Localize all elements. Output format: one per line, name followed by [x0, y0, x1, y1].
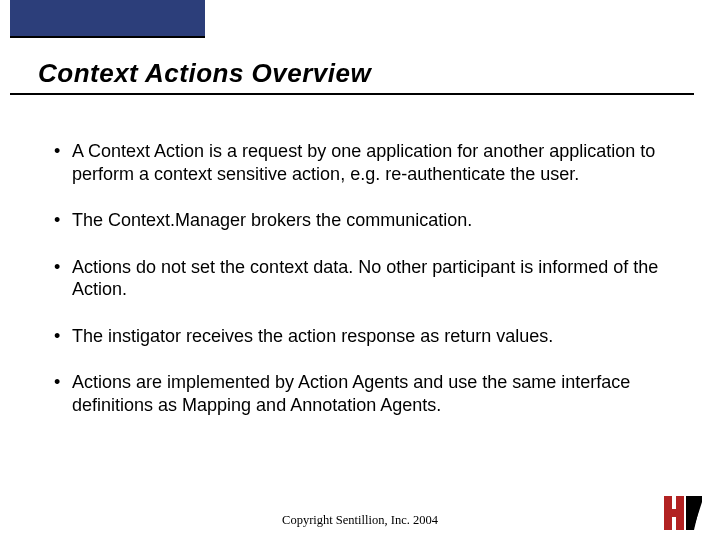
bullet-item: • Actions are implemented by Action Agen…: [54, 371, 664, 416]
bullet-text: Actions are implemented by Action Agents…: [72, 371, 664, 416]
header-divider: [10, 36, 205, 38]
bullet-dot-icon: •: [54, 140, 72, 185]
slide-body: • A Context Action is a request by one a…: [54, 140, 664, 440]
svg-rect-2: [664, 509, 684, 517]
bullet-dot-icon: •: [54, 209, 72, 232]
bullet-text: The instigator receives the action respo…: [72, 325, 664, 348]
bullet-item: • The instigator receives the action res…: [54, 325, 664, 348]
bullet-item: • Actions do not set the context data. N…: [54, 256, 664, 301]
bullet-item: • The Context.Manager brokers the commun…: [54, 209, 664, 232]
bullet-text: Actions do not set the context data. No …: [72, 256, 664, 301]
title-rule: [10, 93, 694, 95]
header-bar: [10, 0, 205, 36]
copyright-footer: Copyright Sentillion, Inc. 2004: [0, 513, 720, 528]
bullet-dot-icon: •: [54, 371, 72, 416]
hl7-logo-icon: [662, 494, 704, 532]
bullet-text: A Context Action is a request by one app…: [72, 140, 664, 185]
bullet-dot-icon: •: [54, 325, 72, 348]
slide: Context Actions Overview • A Context Act…: [0, 0, 720, 540]
slide-title: Context Actions Overview: [38, 58, 371, 89]
bullet-text: The Context.Manager brokers the communic…: [72, 209, 664, 232]
bullet-dot-icon: •: [54, 256, 72, 301]
bullet-item: • A Context Action is a request by one a…: [54, 140, 664, 185]
